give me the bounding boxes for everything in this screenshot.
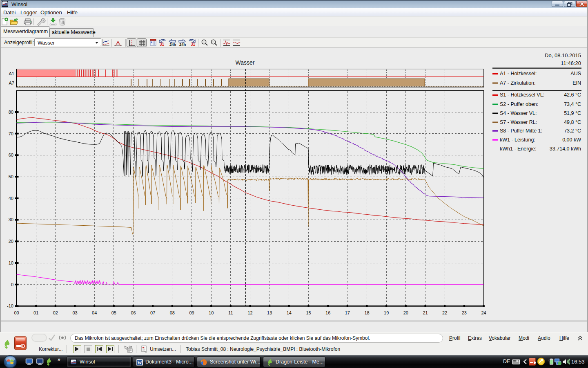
svg-text:40: 40 [9, 196, 13, 201]
svg-text:W: W [138, 360, 142, 365]
svg-text:17: 17 [345, 310, 350, 315]
svg-text:S4 - Wasser VL:: S4 - Wasser VL: [500, 110, 537, 116]
svg-text:70: 70 [9, 131, 13, 136]
svg-text:14: 14 [287, 310, 292, 315]
svg-text:42,6 °C: 42,6 °C [564, 92, 581, 98]
svg-text:19: 19 [384, 310, 389, 315]
svg-text:07: 07 [150, 310, 155, 315]
svg-text:15: 15 [306, 310, 311, 315]
svg-text:kWh1 - Energie:: kWh1 - Energie: [500, 146, 537, 152]
svg-text:A7: A7 [9, 81, 14, 85]
svg-text:03: 03 [72, 310, 77, 315]
svg-text:13: 13 [267, 310, 272, 315]
svg-text:S1 - Holzkessel VL:: S1 - Holzkessel VL: [500, 92, 544, 98]
svg-text:11:46:20: 11:46:20 [561, 60, 581, 66]
svg-text:00: 00 [14, 310, 19, 315]
svg-text:09: 09 [189, 310, 194, 315]
svg-text:A1 - Holzkessel:: A1 - Holzkessel: [500, 71, 537, 76]
svg-text:80: 80 [9, 110, 13, 114]
svg-text:0: 0 [11, 282, 13, 287]
svg-text:21: 21 [423, 310, 428, 315]
svg-text:11: 11 [228, 310, 233, 315]
svg-text:24h: 24h [169, 42, 176, 47]
svg-text:-10: -10 [7, 303, 13, 308]
svg-text:31: 31 [191, 42, 196, 47]
svg-text:20: 20 [9, 239, 13, 244]
svg-text:01: 01 [33, 310, 38, 315]
svg-text:10: 10 [209, 310, 214, 315]
svg-text:S2 - Puffer oben:: S2 - Puffer oben: [500, 101, 538, 107]
svg-text:33.714,0 kWh: 33.714,0 kWh [550, 146, 581, 152]
svg-text:60: 60 [9, 153, 13, 157]
svg-text:73,4 °C: 73,4 °C [564, 101, 581, 107]
svg-text:50: 50 [9, 174, 13, 179]
svg-text:30: 30 [9, 217, 13, 222]
svg-text:31: 31 [160, 42, 165, 47]
svg-text:06: 06 [131, 310, 136, 315]
svg-text:22: 22 [442, 310, 447, 315]
svg-text:49,8 °C: 49,8 °C [564, 119, 581, 125]
svg-text:10: 10 [9, 260, 13, 265]
svg-text:51,9 °C: 51,9 °C [564, 110, 581, 116]
svg-text:Wasser: Wasser [236, 59, 255, 66]
svg-text:A7 - Zirkulation:: A7 - Zirkulation: [500, 80, 536, 86]
svg-text:24: 24 [481, 310, 486, 315]
svg-text:24h: 24h [179, 42, 186, 47]
svg-text:S8 - Puffer Mitte 1:: S8 - Puffer Mitte 1: [500, 128, 542, 134]
svg-text:04: 04 [92, 310, 97, 315]
svg-text:A1: A1 [9, 71, 14, 76]
svg-text:02: 02 [53, 310, 58, 315]
svg-text:08: 08 [170, 310, 175, 315]
svg-text:16: 16 [325, 310, 330, 315]
svg-text:S7 - Wasser RL:: S7 - Wasser RL: [500, 119, 537, 125]
svg-text:05: 05 [111, 310, 116, 315]
svg-text:20: 20 [403, 310, 408, 315]
svg-text:18: 18 [364, 310, 369, 315]
svg-text:AUS: AUS [570, 71, 581, 76]
svg-text:73,2 °C: 73,2 °C [564, 128, 581, 134]
svg-text:kW1 - Leistung:: kW1 - Leistung: [500, 137, 535, 143]
svg-text:Do, 08.10.2015: Do, 08.10.2015 [545, 52, 581, 58]
svg-text:0,00 kW: 0,00 kW [562, 137, 581, 143]
svg-text:23: 23 [462, 310, 467, 315]
svg-text:EIN: EIN [572, 80, 581, 86]
svg-text:12: 12 [247, 310, 252, 315]
